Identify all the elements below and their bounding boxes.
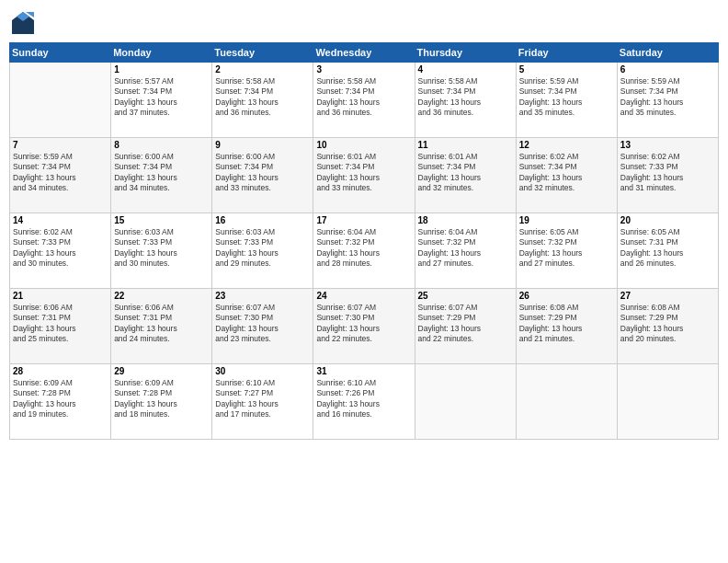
calendar-cell: 23Sunrise: 6:07 AM Sunset: 7:30 PM Dayli…	[212, 289, 313, 364]
day-number: 26	[519, 291, 614, 301]
calendar-cell: 10Sunrise: 6:01 AM Sunset: 7:34 PM Dayli…	[313, 138, 415, 213]
calendar-cell: 31Sunrise: 6:10 AM Sunset: 7:26 PM Dayli…	[313, 364, 415, 440]
calendar-week-1: 1Sunrise: 5:57 AM Sunset: 7:34 PM Daylig…	[10, 63, 719, 138]
calendar-cell: 18Sunrise: 6:04 AM Sunset: 7:32 PM Dayli…	[415, 213, 516, 289]
cell-content: Sunrise: 5:57 AM Sunset: 7:34 PM Dayligh…	[114, 76, 209, 119]
calendar-cell: 6Sunrise: 5:59 AM Sunset: 7:34 PM Daylig…	[617, 63, 718, 138]
day-number: 9	[215, 140, 310, 150]
cell-content: Sunrise: 6:05 AM Sunset: 7:31 PM Dayligh…	[620, 227, 715, 270]
day-number: 5	[519, 64, 614, 75]
day-number: 15	[114, 215, 209, 225]
calendar-cell	[415, 364, 516, 440]
weekday-header-monday: Monday	[111, 43, 212, 63]
calendar-cell: 11Sunrise: 6:01 AM Sunset: 7:34 PM Dayli…	[415, 138, 516, 213]
day-number: 14	[13, 215, 108, 225]
day-number: 4	[418, 64, 513, 75]
day-number: 18	[418, 215, 513, 225]
day-number: 20	[620, 215, 715, 225]
cell-content: Sunrise: 6:07 AM Sunset: 7:29 PM Dayligh…	[418, 303, 513, 345]
day-number: 6	[620, 64, 715, 75]
cell-content: Sunrise: 6:02 AM Sunset: 7:33 PM Dayligh…	[620, 152, 715, 194]
cell-content: Sunrise: 6:04 AM Sunset: 7:32 PM Dayligh…	[418, 227, 513, 270]
cell-content: Sunrise: 6:06 AM Sunset: 7:31 PM Dayligh…	[13, 303, 108, 345]
cell-content: Sunrise: 6:01 AM Sunset: 7:34 PM Dayligh…	[418, 152, 513, 194]
cell-content: Sunrise: 6:06 AM Sunset: 7:31 PM Dayligh…	[114, 303, 209, 345]
cell-content: Sunrise: 6:02 AM Sunset: 7:33 PM Dayligh…	[13, 227, 108, 270]
calendar-cell: 22Sunrise: 6:06 AM Sunset: 7:31 PM Dayli…	[111, 289, 212, 364]
day-number: 30	[215, 366, 310, 376]
calendar-cell: 2Sunrise: 5:58 AM Sunset: 7:34 PM Daylig…	[212, 63, 313, 138]
cell-content: Sunrise: 6:08 AM Sunset: 7:29 PM Dayligh…	[620, 303, 715, 345]
cell-content: Sunrise: 5:58 AM Sunset: 7:34 PM Dayligh…	[418, 76, 513, 119]
calendar-cell: 16Sunrise: 6:03 AM Sunset: 7:33 PM Dayli…	[212, 213, 313, 289]
cell-content: Sunrise: 6:04 AM Sunset: 7:32 PM Dayligh…	[316, 227, 411, 270]
day-number: 1	[114, 64, 209, 75]
day-number: 19	[519, 215, 614, 225]
calendar-cell: 12Sunrise: 6:02 AM Sunset: 7:34 PM Dayli…	[516, 138, 617, 213]
day-number: 25	[418, 291, 513, 301]
cell-content: Sunrise: 6:10 AM Sunset: 7:27 PM Dayligh…	[215, 378, 310, 420]
cell-content: Sunrise: 6:08 AM Sunset: 7:29 PM Dayligh…	[519, 303, 614, 345]
calendar-cell: 28Sunrise: 6:09 AM Sunset: 7:28 PM Dayli…	[10, 364, 111, 440]
cell-content: Sunrise: 5:59 AM Sunset: 7:34 PM Dayligh…	[13, 152, 108, 194]
cell-content: Sunrise: 6:05 AM Sunset: 7:32 PM Dayligh…	[519, 227, 614, 270]
logo-icon	[9, 9, 37, 37]
calendar-cell: 29Sunrise: 6:09 AM Sunset: 7:28 PM Dayli…	[111, 364, 212, 440]
calendar-cell: 19Sunrise: 6:05 AM Sunset: 7:32 PM Dayli…	[516, 213, 617, 289]
cell-content: Sunrise: 6:03 AM Sunset: 7:33 PM Dayligh…	[215, 227, 310, 270]
calendar-cell: 20Sunrise: 6:05 AM Sunset: 7:31 PM Dayli…	[617, 213, 718, 289]
cell-content: Sunrise: 6:10 AM Sunset: 7:26 PM Dayligh…	[316, 378, 411, 420]
cell-content: Sunrise: 5:58 AM Sunset: 7:34 PM Dayligh…	[215, 76, 310, 119]
cell-content: Sunrise: 6:09 AM Sunset: 7:28 PM Dayligh…	[114, 378, 209, 420]
cell-content: Sunrise: 6:01 AM Sunset: 7:34 PM Dayligh…	[316, 152, 411, 194]
cell-content: Sunrise: 5:59 AM Sunset: 7:34 PM Dayligh…	[519, 76, 614, 119]
calendar-cell: 24Sunrise: 6:07 AM Sunset: 7:30 PM Dayli…	[313, 289, 415, 364]
day-number: 22	[114, 291, 209, 301]
weekday-header-sunday: Sunday	[10, 43, 111, 63]
calendar-cell: 17Sunrise: 6:04 AM Sunset: 7:32 PM Dayli…	[313, 213, 415, 289]
weekday-header-thursday: Thursday	[415, 43, 516, 63]
calendar-cell: 3Sunrise: 5:58 AM Sunset: 7:34 PM Daylig…	[313, 63, 415, 138]
header	[9, 9, 719, 37]
day-number: 29	[114, 366, 209, 376]
weekday-header-tuesday: Tuesday	[212, 43, 313, 63]
calendar-table: SundayMondayTuesdayWednesdayThursdayFrid…	[9, 42, 719, 440]
calendar-cell: 9Sunrise: 6:00 AM Sunset: 7:34 PM Daylig…	[212, 138, 313, 213]
calendar-cell	[10, 63, 111, 138]
calendar-cell	[516, 364, 617, 440]
cell-content: Sunrise: 6:09 AM Sunset: 7:28 PM Dayligh…	[13, 378, 108, 420]
calendar-cell: 7Sunrise: 5:59 AM Sunset: 7:34 PM Daylig…	[10, 138, 111, 213]
day-number: 28	[13, 366, 108, 376]
calendar-cell: 8Sunrise: 6:00 AM Sunset: 7:34 PM Daylig…	[111, 138, 212, 213]
cell-content: Sunrise: 5:58 AM Sunset: 7:34 PM Dayligh…	[316, 76, 411, 119]
weekday-header-friday: Friday	[516, 43, 617, 63]
calendar-cell: 21Sunrise: 6:06 AM Sunset: 7:31 PM Dayli…	[10, 289, 111, 364]
day-number: 3	[316, 64, 411, 75]
calendar-cell	[617, 364, 718, 440]
calendar-cell: 30Sunrise: 6:10 AM Sunset: 7:27 PM Dayli…	[212, 364, 313, 440]
day-number: 23	[215, 291, 310, 301]
day-number: 17	[316, 215, 411, 225]
cell-content: Sunrise: 6:07 AM Sunset: 7:30 PM Dayligh…	[316, 303, 411, 345]
day-number: 8	[114, 140, 209, 150]
cell-content: Sunrise: 6:00 AM Sunset: 7:34 PM Dayligh…	[114, 152, 209, 194]
cell-content: Sunrise: 6:07 AM Sunset: 7:30 PM Dayligh…	[215, 303, 310, 345]
day-number: 24	[316, 291, 411, 301]
calendar-cell: 4Sunrise: 5:58 AM Sunset: 7:34 PM Daylig…	[415, 63, 516, 138]
calendar-cell: 27Sunrise: 6:08 AM Sunset: 7:29 PM Dayli…	[617, 289, 718, 364]
calendar-cell: 14Sunrise: 6:02 AM Sunset: 7:33 PM Dayli…	[10, 213, 111, 289]
calendar-week-5: 28Sunrise: 6:09 AM Sunset: 7:28 PM Dayli…	[10, 364, 719, 440]
calendar-week-3: 14Sunrise: 6:02 AM Sunset: 7:33 PM Dayli…	[10, 213, 719, 289]
day-number: 13	[620, 140, 715, 150]
day-number: 27	[620, 291, 715, 301]
calendar-cell: 5Sunrise: 5:59 AM Sunset: 7:34 PM Daylig…	[516, 63, 617, 138]
day-number: 11	[418, 140, 513, 150]
weekday-header-wednesday: Wednesday	[313, 43, 415, 63]
calendar-cell: 25Sunrise: 6:07 AM Sunset: 7:29 PM Dayli…	[415, 289, 516, 364]
weekday-header-row: SundayMondayTuesdayWednesdayThursdayFrid…	[10, 43, 719, 63]
calendar-cell: 1Sunrise: 5:57 AM Sunset: 7:34 PM Daylig…	[111, 63, 212, 138]
cell-content: Sunrise: 5:59 AM Sunset: 7:34 PM Dayligh…	[620, 76, 715, 119]
calendar-week-4: 21Sunrise: 6:06 AM Sunset: 7:31 PM Dayli…	[10, 289, 719, 364]
weekday-header-saturday: Saturday	[617, 43, 718, 63]
calendar-cell: 13Sunrise: 6:02 AM Sunset: 7:33 PM Dayli…	[617, 138, 718, 213]
